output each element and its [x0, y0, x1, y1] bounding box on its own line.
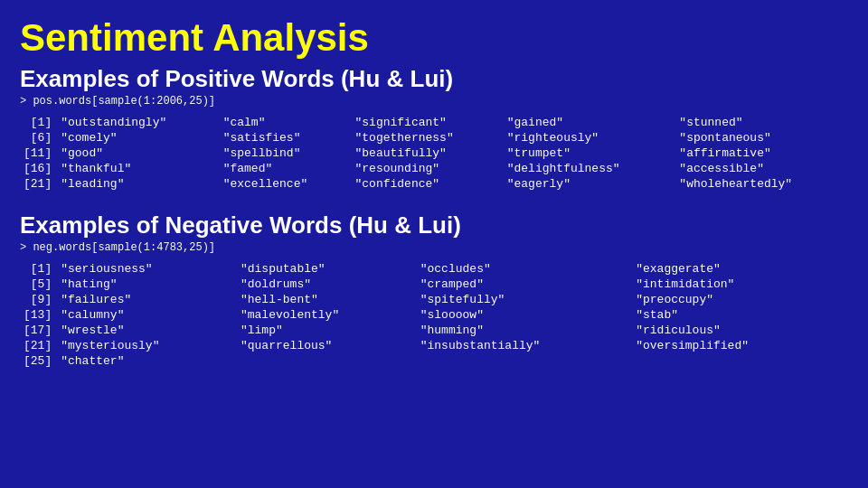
positive-heading: Examples of Positive Words (Hu & Lui)	[20, 65, 848, 93]
word-cell: "significant"	[352, 115, 504, 130]
word-cell: "spellbind"	[220, 145, 352, 161]
word-cell: "limp"	[237, 323, 417, 338]
word-cell	[632, 353, 835, 369]
word-cell: "exaggerate"	[632, 261, 835, 277]
word-cell: "excellence"	[220, 176, 352, 192]
word-cell: "oversimplified"	[632, 338, 835, 353]
word-cell: "outstandingly"	[57, 115, 219, 130]
positive-table: [1]"outstandingly""calm""significant""ga…	[20, 115, 848, 192]
table-row: [13]"calumny""malevolently""sloooow""sta…	[20, 307, 848, 323]
word-cell: "doldrums"	[237, 277, 417, 292]
word-cell: "gained"	[504, 115, 676, 130]
word-cell: "hating"	[57, 277, 237, 292]
word-cell: "affirmative"	[675, 145, 848, 161]
table-row: [9]"failures""hell-bent""spitefully""pre…	[20, 292, 848, 307]
word-cell: "comely"	[57, 130, 219, 145]
table-row: [5]"hating""doldrums""cramped""intimidat…	[20, 277, 848, 292]
word-cell	[835, 292, 848, 307]
word-cell: "mysteriously"	[57, 338, 237, 353]
word-cell: "calm"	[220, 115, 352, 130]
word-cell: "occludes"	[417, 261, 632, 277]
row-index: [11]	[20, 145, 57, 161]
negative-heading: Examples of Negative Words (Hu & Lui)	[20, 211, 848, 239]
table-row: [25]"chatter"	[20, 353, 848, 369]
word-cell	[835, 277, 848, 292]
word-cell	[835, 338, 848, 353]
word-cell	[835, 261, 848, 277]
table-row: [21]"mysteriously""quarrellous""insubsta…	[20, 338, 848, 353]
word-cell: "accessible"	[675, 161, 848, 176]
word-cell: "sloooow"	[417, 307, 632, 323]
table-row: [1]"seriousness""disputable""occludes""e…	[20, 261, 848, 277]
row-index: [9]	[20, 292, 57, 307]
word-cell: "trumpet"	[504, 145, 676, 161]
row-index: [25]	[20, 353, 57, 369]
table-row: [1]"outstandingly""calm""significant""ga…	[20, 115, 848, 130]
word-cell: "humming"	[417, 323, 632, 338]
word-cell: "hell-bent"	[237, 292, 417, 307]
word-cell: "famed"	[220, 161, 352, 176]
negative-section: Examples of Negative Words (Hu & Lui) > …	[20, 211, 848, 369]
word-cell: "quarrellous"	[237, 338, 417, 353]
table-row: [11]"good""spellbind""beautifully""trump…	[20, 145, 848, 161]
word-cell	[835, 353, 848, 369]
word-cell: "leading"	[57, 176, 219, 192]
word-cell: "delightfulness"	[504, 161, 676, 176]
word-cell: "calumny"	[57, 307, 237, 323]
row-index: [13]	[20, 307, 57, 323]
word-cell: "stunned"	[675, 115, 848, 130]
word-cell: "intimidation"	[632, 277, 835, 292]
word-cell: "righteously"	[504, 130, 676, 145]
negative-table: [1]"seriousness""disputable""occludes""e…	[20, 261, 848, 369]
row-index: [1]	[20, 115, 57, 130]
word-cell	[237, 353, 417, 369]
row-index: [17]	[20, 323, 57, 338]
word-cell: "beautifully"	[352, 145, 504, 161]
word-cell: "good"	[57, 145, 219, 161]
negative-command: > neg.words[sample(1:4783,25)]	[20, 241, 848, 254]
word-cell: "resounding"	[352, 161, 504, 176]
table-row: [6]"comely""satisfies""togetherness""rig…	[20, 130, 848, 145]
word-cell: "eagerly"	[504, 176, 676, 192]
table-row: [21]"leading""excellence""confidence""ea…	[20, 176, 848, 192]
word-cell: "insubstantially"	[417, 338, 632, 353]
word-cell: "ridiculous"	[632, 323, 835, 338]
table-row: [16]"thankful""famed""resounding""deligh…	[20, 161, 848, 176]
word-cell: "stab"	[632, 307, 835, 323]
row-index: [21]	[20, 338, 57, 353]
word-cell: "spontaneous"	[675, 130, 848, 145]
word-cell: "preoccupy"	[632, 292, 835, 307]
word-cell: "wrestle"	[57, 323, 237, 338]
word-cell: "spitefully"	[417, 292, 632, 307]
word-cell: "chatter"	[57, 353, 237, 369]
word-cell	[417, 353, 632, 369]
table-row: [17]"wrestle""limp""humming""ridiculous"	[20, 323, 848, 338]
row-index: [6]	[20, 130, 57, 145]
word-cell: "togetherness"	[352, 130, 504, 145]
word-cell: "seriousness"	[57, 261, 237, 277]
row-index: [1]	[20, 261, 57, 277]
word-cell: "wholeheartedly"	[675, 176, 848, 192]
row-index: [21]	[20, 176, 57, 192]
page-title: Sentiment Analysis	[20, 16, 848, 60]
word-cell: "failures"	[57, 292, 237, 307]
word-cell: "disputable"	[237, 261, 417, 277]
word-cell: "malevolently"	[237, 307, 417, 323]
word-cell: "cramped"	[417, 277, 632, 292]
positive-section: Examples of Positive Words (Hu & Lui) > …	[20, 65, 848, 192]
word-cell	[835, 323, 848, 338]
word-cell: "satisfies"	[220, 130, 352, 145]
positive-command: > pos.words[sample(1:2006,25)]	[20, 95, 848, 108]
row-index: [5]	[20, 277, 57, 292]
row-index: [16]	[20, 161, 57, 176]
word-cell	[835, 307, 848, 323]
word-cell: "thankful"	[57, 161, 219, 176]
word-cell: "confidence"	[352, 176, 504, 192]
